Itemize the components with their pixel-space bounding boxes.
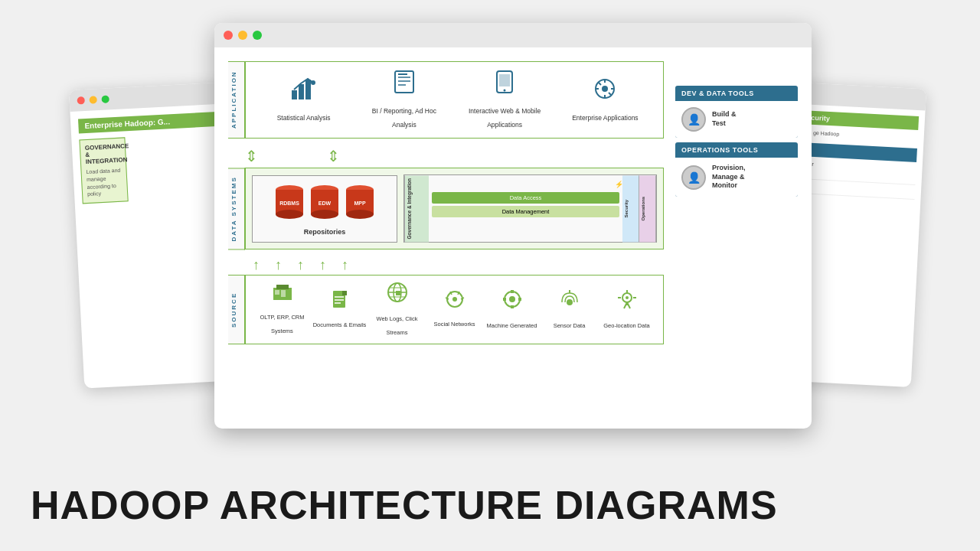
enterprise-label: Enterprise Applications	[572, 114, 638, 122]
svg-line-18	[599, 83, 601, 85]
svg-text:EDW: EDW	[318, 201, 332, 206]
app-icon-statistical: Statistical Analysis	[262, 77, 346, 123]
mpp-cylinder: MPP	[345, 182, 375, 225]
svg-rect-35	[275, 290, 279, 295]
app-data-arrows: ⇕ ⇕	[228, 145, 664, 168]
source-section: SOURCE OLTP, ERP, CRM Systems	[228, 275, 664, 344]
svg-rect-34	[276, 285, 289, 289]
source-up-arrows: ↑ ↑ ↑ ↑ ↑	[228, 256, 664, 275]
main-close-dot	[224, 31, 233, 40]
oltp-icon	[253, 283, 311, 306]
up-arrow-4: ↑	[319, 257, 326, 273]
maximize-dot	[101, 95, 109, 103]
operations-col: Operations	[639, 175, 656, 242]
source-content: OLTP, ERP, CRM Systems	[245, 275, 664, 344]
svg-rect-58	[503, 298, 506, 301]
up-arrow-3: ↑	[297, 257, 304, 273]
ops-tools-label: Provision,Manage &Monitor	[712, 164, 746, 191]
svg-point-13	[602, 86, 608, 92]
sensor-label: Sensor Data	[554, 322, 586, 329]
source-icon-docs: Documents & Emails	[311, 289, 368, 330]
svg-point-11	[504, 90, 506, 92]
svg-line-19	[609, 93, 611, 95]
svg-text:MPP: MPP	[354, 201, 366, 206]
statistical-icon	[262, 77, 346, 106]
svg-rect-1	[299, 84, 304, 99]
svg-rect-2	[305, 80, 311, 99]
repositories-box: RDBMS EDW	[252, 175, 397, 243]
repositories-label: Repositories	[262, 228, 387, 236]
up-arrow-1: ↑	[253, 257, 260, 273]
arrow-left: ⇕	[245, 147, 258, 165]
weblogs-icon	[368, 282, 426, 308]
oltp-label: OLTP, ERP, CRM Systems	[260, 314, 305, 334]
dev-tools-box: DEV & DATA TOOLS 👤 Build &Test	[675, 86, 798, 138]
source-icon-weblogs: Web Logs, Click Streams	[368, 282, 426, 337]
dev-tools-label: Build &Test	[712, 110, 737, 128]
ops-tools-body: 👤 Provision,Manage &Monitor	[675, 158, 798, 197]
svg-rect-36	[281, 290, 286, 297]
bi-icon	[362, 70, 446, 99]
main-minimize-dot	[238, 31, 247, 40]
svg-point-55	[509, 296, 515, 302]
data-access-row: Data Access	[432, 192, 619, 204]
app-icon-bi: BI / Reporting, Ad Hoc Analysis	[362, 70, 446, 130]
svg-rect-38	[342, 291, 347, 295]
web-icon	[462, 70, 547, 99]
hadoop-middle-box: ⚡hadoop Governance & Integration Data Ac…	[403, 174, 657, 243]
arrow-right: ⇕	[327, 147, 340, 165]
application-section: APPLICATION	[228, 61, 664, 139]
source-icon-social: Social Networks	[426, 290, 483, 329]
sensor-icon	[541, 289, 598, 315]
social-label: Social Networks	[434, 321, 475, 328]
dev-avatar: 👤	[681, 107, 706, 132]
svg-rect-59	[518, 298, 521, 301]
data-management-row: Data Management	[432, 206, 619, 217]
minimize-dot	[89, 96, 97, 104]
svg-point-3	[311, 80, 315, 85]
data-systems-label: DATA SYSTEMS	[228, 168, 245, 249]
weblogs-label: Web Logs, Click Streams	[376, 315, 417, 336]
data-systems-section: DATA SYSTEMS RDBMS	[228, 168, 664, 249]
gov-col: Governance & Integration	[404, 175, 429, 242]
dev-tools-body: 👤 Build &Test	[675, 101, 798, 138]
close-dot	[77, 96, 85, 105]
app-icon-web: Interactive Web & Mobile Applications	[462, 70, 547, 130]
machine-icon	[483, 289, 541, 315]
rdbms-cylinder: RDBMS	[274, 182, 305, 225]
ops-tools-box: OPERATIONS TOOLS 👤 Provision,Manage &Mon…	[675, 142, 798, 197]
statistical-label: Statistical Analysis	[277, 114, 331, 122]
ops-tools-header: OPERATIONS TOOLS	[675, 142, 798, 158]
svg-point-30	[346, 210, 374, 219]
svg-line-51	[461, 298, 464, 299]
bi-label: BI / Reporting, Ad Hoc Analysis	[372, 107, 436, 129]
ops-avatar: 👤	[681, 165, 706, 190]
docs-label: Documents & Emails	[313, 321, 367, 328]
source-icon-sensor: Sensor Data	[541, 289, 598, 331]
source-icon-geo: Geo-location Data	[598, 289, 655, 331]
edw-cylinder: EDW	[309, 182, 340, 225]
docs-icon	[311, 289, 368, 314]
geo-label: Geo-location Data	[603, 322, 649, 329]
app-icons-row: Statistical Analysis	[253, 70, 655, 130]
dev-tools-header: DEV & DATA TOOLS	[675, 86, 798, 101]
svg-rect-10	[499, 74, 510, 86]
source-label: SOURCE	[228, 275, 245, 344]
application-label: APPLICATION	[228, 61, 245, 139]
svg-point-22	[276, 210, 303, 219]
main-titlebar	[214, 23, 812, 47]
main-maximize-dot	[253, 31, 262, 40]
diagram-area: DEV & DATA TOOLS 👤 Build &Test OPERATION…	[214, 47, 812, 352]
data-access-col: Data Access Data Management	[429, 175, 622, 242]
data-systems-content: RDBMS EDW	[245, 168, 664, 249]
repositories-cylinders: RDBMS EDW	[262, 182, 387, 225]
svg-point-67	[626, 296, 629, 299]
gov-integration-label: GOVERNANCE & INTEGRATION	[85, 143, 121, 165]
source-icon-machine: Machine Generated	[483, 289, 541, 331]
machine-label: Machine Generated	[487, 322, 537, 329]
web-label: Interactive Web & Mobile Applications	[469, 107, 541, 129]
bottom-title: HADOOP ARCHITECTURE DIAGRAMS	[31, 482, 949, 528]
main-window: DEV & DATA TOOLS 👤 Build &Test OPERATION…	[214, 23, 812, 429]
up-arrow-5: ↑	[341, 257, 348, 273]
application-content: Statistical Analysis	[245, 61, 664, 139]
